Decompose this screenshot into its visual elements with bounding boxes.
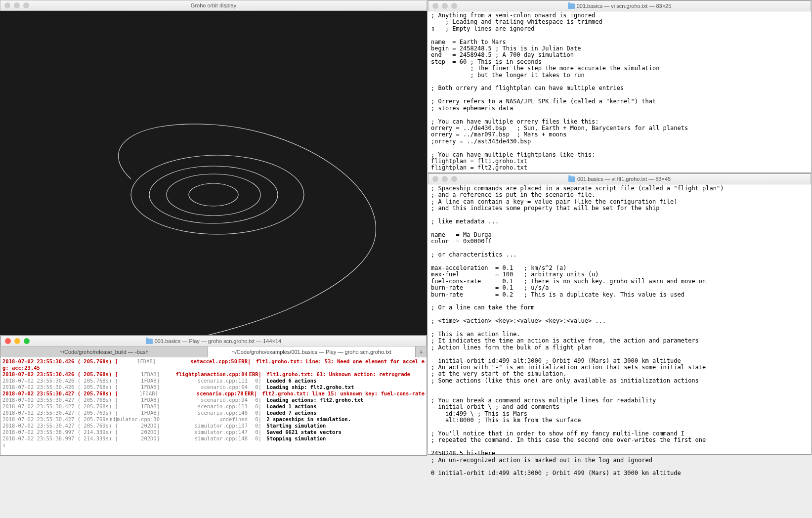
terminal-titlebar[interactable]: 001.basics — Play — groho scn.groho.txt … bbox=[0, 336, 427, 346]
log-line: 2018-07-02 23:55:30.426 ( 205.768s) [1FD… bbox=[2, 384, 425, 390]
zoom-icon[interactable] bbox=[24, 338, 30, 344]
log-line: 2018-07-02 23:55:38.997 ( 214.339s) [202… bbox=[2, 435, 425, 442]
orbit-ring-1 bbox=[189, 183, 238, 206]
log-line: 2018-07-02 23:55:30.427 ( 205.768s) [1FD… bbox=[2, 403, 425, 410]
orbit-ring-2 bbox=[167, 174, 260, 216]
editor1-content[interactable]: ; Anything from a semi-colon onward is i… bbox=[428, 11, 811, 173]
close-icon[interactable] bbox=[4, 2, 10, 8]
close-icon[interactable] bbox=[432, 176, 438, 182]
zoom-icon[interactable] bbox=[451, 176, 457, 182]
folder-icon bbox=[568, 176, 575, 182]
close-icon[interactable] bbox=[5, 338, 11, 344]
log-line: 2018-07-02 23:55:30.426 ( 205.768s) [1FD… bbox=[2, 358, 425, 365]
log-line: 2018-07-02 23:55:30.427 ( 205.768s) [1FD… bbox=[2, 390, 425, 397]
log-line: 2018-07-02 23:55:30.427 ( 205.769s) [1FD… bbox=[2, 410, 425, 416]
log-line: 2018-07-02 23:55:30.426 ( 205.768s) [1FD… bbox=[2, 371, 425, 378]
orbit-ring-3 bbox=[149, 166, 278, 223]
orbit-window-title: Groho orbit display bbox=[191, 2, 236, 8]
tab-groho[interactable]: ~/Code/groho/examples/001.basics — Play … bbox=[208, 346, 416, 357]
editor2-title: 001.basics — vi flt1.groho.txt — 83×45 bbox=[577, 176, 671, 182]
zoom-icon[interactable] bbox=[23, 2, 29, 8]
log-line: 2018-07-02 23:55:30.426 ( 205.768s) [1FD… bbox=[2, 378, 425, 384]
folder-icon bbox=[146, 339, 153, 344]
tab-bash[interactable]: ~/Code/groho/release_build — -bash bbox=[0, 346, 208, 357]
log-line: g: acc:23.45 bbox=[2, 365, 425, 371]
log-line: 2018-07-02 23:55:30.427 ( 205.769s) [202… bbox=[2, 423, 425, 429]
folder-icon bbox=[568, 3, 575, 9]
terminal-window-title: 001.basics — Play — groho scn.groho.txt … bbox=[155, 338, 282, 344]
minimize-icon[interactable] bbox=[14, 2, 20, 8]
log-line: 2018-07-02 23:55:30.427 ( 205.768s) [1FD… bbox=[2, 397, 425, 403]
terminal-window: 001.basics — Play — groho scn.groho.txt … bbox=[0, 335, 427, 456]
orbit-titlebar[interactable]: Groho orbit display bbox=[0, 0, 427, 11]
terminal-tabs: ~/Code/groho/release_build — -bash ~/Cod… bbox=[0, 346, 427, 357]
minimize-icon[interactable] bbox=[442, 3, 448, 9]
log-line: 2018-07-02 23:55:30.427 ( 205.769s) [sim… bbox=[2, 416, 425, 423]
terminal-output[interactable]: 2018-07-02 23:55:30.426 ( 205.768s) [1FD… bbox=[0, 357, 427, 449]
close-icon[interactable] bbox=[432, 3, 438, 9]
editor1-title: 001.basics — vi scn.groho.txt — 83×25 bbox=[577, 3, 672, 9]
editor1-titlebar[interactable]: 001.basics — vi scn.groho.txt — 83×25 bbox=[428, 0, 811, 11]
orbit-window: Groho orbit display bbox=[0, 0, 427, 335]
editor2-content[interactable]: ; Spaceship commands are placed in a sep… bbox=[428, 184, 811, 478]
log-line: 2018-07-02 23:55:38.997 ( 214.339s) [202… bbox=[2, 429, 425, 435]
orbit-trajectory bbox=[118, 124, 376, 335]
minimize-icon[interactable] bbox=[14, 338, 20, 344]
editor-window-flt1: 001.basics — vi flt1.groho.txt — 83×45 ;… bbox=[427, 173, 812, 455]
editor-window-scn: 001.basics — vi scn.groho.txt — 83×25 ; … bbox=[427, 0, 812, 173]
orbit-canvas[interactable] bbox=[0, 11, 427, 335]
minimize-icon[interactable] bbox=[442, 176, 448, 182]
zoom-icon[interactable] bbox=[451, 3, 457, 9]
editor2-titlebar[interactable]: 001.basics — vi flt1.groho.txt — 83×45 bbox=[428, 173, 811, 184]
new-tab-button[interactable]: + bbox=[416, 346, 427, 357]
